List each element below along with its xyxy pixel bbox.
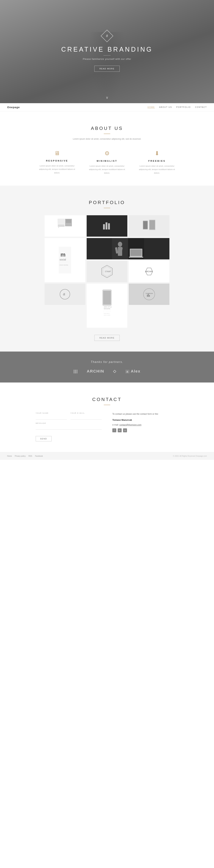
- partner-logo-archin: ARCHIN: [87, 369, 104, 374]
- contact-name-input[interactable]: [36, 415, 67, 420]
- freebies-text: Lorem ipsum dolor sit amet, consectetur …: [137, 164, 177, 175]
- contact-section: CONTACT YOUR NAME YOUR E-MAIL MESSAGE SE…: [0, 382, 214, 452]
- contact-message-input[interactable]: [36, 425, 102, 430]
- footer-link-facebook[interactable]: Facebook: [35, 455, 43, 457]
- portfolio-grid: ||| m social brand: [45, 215, 169, 328]
- social-icon-google[interactable]: g: [123, 428, 127, 432]
- contact-email-group: YOUR E-MAIL: [71, 412, 102, 420]
- contact-info: To contact us please use the contact for…: [112, 412, 178, 441]
- portfolio-item-10[interactable]: THOMSON: [129, 284, 169, 305]
- hero-read-more-button[interactable]: READ MORE: [94, 66, 120, 72]
- hero-section: 8 CREATIVE BRANDING Please familiarize y…: [0, 0, 214, 103]
- contact-email-input[interactable]: [71, 415, 102, 420]
- contact-name-label: YOUR NAME: [36, 412, 67, 414]
- navbar: Onepage HOME ABOUT US PORTFOLIO CONTACT: [0, 103, 214, 112]
- contact-person-name: Tomasz Mazurcak: [112, 418, 178, 422]
- minimalist-title: MINIMALIST: [87, 160, 127, 162]
- portfolio-title: PORTFOLIO: [7, 200, 207, 205]
- portfolio-item-4[interactable]: m social brand identity: [45, 238, 85, 282]
- svg-text:dolor sit amet: dolor sit amet: [104, 314, 110, 316]
- svg-text:|||: |||: [58, 227, 59, 228]
- svg-text:brand identity: brand identity: [59, 264, 68, 266]
- partners-title: Thanks for partners.: [7, 361, 207, 364]
- svg-rect-34: [103, 291, 111, 305]
- footer-link-rss[interactable]: RSS: [29, 455, 32, 457]
- svg-rect-9: [143, 221, 148, 229]
- hero-divider: [103, 55, 111, 56]
- contact-form-area: YOUR NAME YOUR E-MAIL MESSAGE SEND To co…: [36, 412, 178, 441]
- contact-email-label: YOUR E-MAIL: [71, 412, 102, 414]
- svg-text:lorem ipsum: lorem ipsum: [104, 313, 110, 314]
- svg-text:m: m: [60, 251, 65, 258]
- svg-rect-43: [148, 294, 149, 297]
- portfolio-item-6[interactable]: STAMP: [87, 261, 127, 282]
- svg-point-19: [118, 242, 122, 247]
- partner-logo-alex: a Alex: [125, 369, 140, 374]
- svg-rect-42: [147, 294, 148, 297]
- contact-send-button[interactable]: SEND: [36, 436, 52, 441]
- hero-diamond-symbol: 8: [106, 34, 108, 38]
- portfolio-item-9[interactable]: HERO STYLE MAGAZINE lorem ipsum dolor si…: [87, 284, 127, 328]
- portfolio-item-7[interactable]: ARCHIN: [129, 261, 169, 282]
- svg-rect-5: [103, 224, 105, 229]
- svg-text:a: a: [63, 292, 65, 296]
- partners-section: Thanks for partners. ||| ARCHIN ◇ a Alex: [0, 351, 214, 382]
- svg-rect-0: [58, 219, 64, 224]
- svg-text:STAMP: STAMP: [105, 271, 111, 273]
- portfolio-item-1[interactable]: |||: [45, 215, 85, 237]
- portfolio-item-8[interactable]: a: [45, 284, 85, 305]
- footer-links: Home Privacy policy RSS Facebook: [7, 455, 43, 457]
- about-section: ABOUT US Lorem ipsum dolor sit amet, con…: [0, 112, 214, 186]
- responsive-text: Lorem ipsum dolor sit amet, consectetur …: [37, 164, 77, 175]
- footer-link-home[interactable]: Home: [7, 455, 12, 457]
- svg-rect-24: [130, 249, 142, 256]
- portfolio-item-5[interactable]: [87, 238, 169, 259]
- contact-info-intro: To contact us please use the contact for…: [112, 412, 178, 416]
- contact-divider: [104, 405, 110, 405]
- about-card-responsive: 🖥 RESPONSIVE Lorem ipsum dolor sit amet,…: [37, 150, 77, 175]
- svg-text:THOMSON: THOMSON: [145, 293, 153, 294]
- contact-form-left: YOUR NAME YOUR E-MAIL MESSAGE SEND: [36, 412, 102, 441]
- contact-name-group: YOUR NAME: [36, 412, 67, 420]
- social-icon-facebook[interactable]: f: [112, 428, 116, 432]
- portfolio-item-2[interactable]: [87, 215, 127, 237]
- svg-rect-7: [108, 223, 110, 229]
- contact-email-value[interactable]: contact@thomoon.com: [119, 424, 141, 426]
- svg-rect-6: [106, 222, 107, 229]
- svg-rect-1: [58, 224, 64, 227]
- navbar-links: HOME ABOUT US PORTFOLIO CONTACT: [148, 106, 207, 108]
- footer-link-privacy[interactable]: Privacy policy: [15, 455, 26, 457]
- minimalist-icon: ⚙: [87, 150, 127, 157]
- nav-link-contact[interactable]: CONTACT: [195, 106, 207, 108]
- hero-subtitle: Please familiarize yourself with our off…: [61, 58, 153, 60]
- svg-rect-44: [149, 295, 150, 297]
- about-title: ABOUT US: [7, 126, 207, 131]
- minimalist-text: Lorem ipsum dolor sit amet, consectetur …: [87, 164, 127, 175]
- svg-text:HERO STYLE: HERO STYLE: [104, 306, 112, 308]
- social-icon-linkedin[interactable]: in: [118, 428, 122, 432]
- navbar-brand[interactable]: Onepage: [7, 106, 20, 109]
- svg-point-40: [143, 288, 155, 300]
- nav-link-about[interactable]: ABOUT US: [159, 106, 172, 108]
- svg-text:social: social: [59, 258, 66, 261]
- contact-title: CONTACT: [7, 397, 207, 402]
- svg-rect-3: [66, 219, 71, 223]
- svg-rect-25: [129, 257, 143, 258]
- svg-text:ARCHIN: ARCHIN: [145, 271, 153, 273]
- svg-text:MAGAZINE: MAGAZINE: [104, 308, 110, 309]
- hero-diamond: 8: [101, 30, 113, 42]
- footer: Home Privacy policy RSS Facebook © 2024.…: [0, 452, 214, 460]
- partner-logo-diamond: ◇: [113, 369, 116, 374]
- contact-person-email: e-mail: contact@thomoon.com: [112, 423, 178, 427]
- portfolio-item-3[interactable]: [129, 215, 169, 237]
- about-card-freebies: ⬇ FREEBIES Lorem ipsum dolor sit amet, c…: [137, 150, 177, 175]
- hero-content: 8 CREATIVE BRANDING Please familiarize y…: [61, 31, 153, 72]
- nav-link-portfolio[interactable]: PORTFOLIO: [176, 106, 191, 108]
- hero-scroll-arrow[interactable]: ∨: [106, 95, 108, 100]
- hero-title: CREATIVE BRANDING: [61, 46, 153, 53]
- footer-copyright: © 2024. All Rights Reserved Onepage.com: [173, 455, 207, 457]
- contact-social-icons: f in g: [112, 428, 178, 432]
- contact-email-prefix: e-mail:: [112, 424, 119, 426]
- portfolio-read-more-button[interactable]: READ MORE: [94, 335, 120, 341]
- nav-link-home[interactable]: HOME: [148, 106, 155, 108]
